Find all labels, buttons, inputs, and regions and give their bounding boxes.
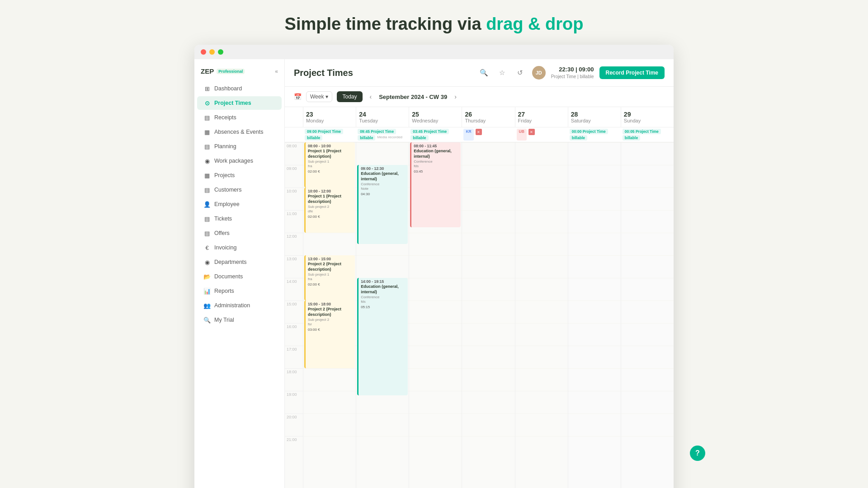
thursday-cell-1100[interactable] bbox=[462, 210, 514, 233]
wednesday-cell-1500[interactable] bbox=[409, 300, 462, 323]
sidebar-item-reports[interactable]: 📊 Reports bbox=[197, 284, 282, 298]
monday-event-1[interactable]: 08:00 - 10:00 Project 1 (Project descrip… bbox=[304, 142, 355, 188]
sunday-cell-2100[interactable] bbox=[621, 436, 674, 459]
wednesday-cell-1600[interactable] bbox=[409, 323, 462, 346]
thursday-cell-1400[interactable] bbox=[462, 278, 514, 300]
sidebar-item-project-times[interactable]: ⊙ Project Times bbox=[197, 96, 282, 110]
saturday-cell-1500[interactable] bbox=[568, 300, 621, 323]
wednesday-cell-2000[interactable] bbox=[409, 413, 462, 436]
thursday-cell-1700[interactable] bbox=[462, 346, 514, 368]
wednesday-cell-2100[interactable] bbox=[409, 436, 462, 459]
wednesday-pill-2[interactable]: billable bbox=[410, 135, 428, 141]
sunday-cell-1200[interactable] bbox=[621, 233, 674, 255]
sunday-cell-1000[interactable] bbox=[621, 188, 674, 210]
wednesday-cell-1800[interactable] bbox=[409, 368, 462, 391]
monday-cell-1200[interactable] bbox=[303, 233, 356, 255]
sunday-pill-2[interactable]: billable bbox=[623, 135, 640, 141]
star-button[interactable]: ☆ bbox=[496, 66, 509, 79]
friday-cell-2100[interactable] bbox=[515, 436, 568, 459]
thursday-cell-0900[interactable] bbox=[462, 165, 514, 188]
monday-cell-2000[interactable] bbox=[303, 413, 356, 436]
saturday-cell-1400[interactable] bbox=[568, 278, 621, 300]
view-select[interactable]: Week ▾ bbox=[306, 91, 332, 102]
sunday-cell-1100[interactable] bbox=[621, 210, 674, 233]
sunday-cell-1500[interactable] bbox=[621, 300, 674, 323]
wednesday-pill-1[interactable]: 03:45 Project Time bbox=[410, 129, 449, 134]
monday-pill-1[interactable]: 09:00 Project Time bbox=[305, 129, 343, 134]
wednesday-cell-1900[interactable] bbox=[409, 391, 462, 413]
saturday-cell-0800[interactable] bbox=[568, 142, 621, 165]
dot-green[interactable] bbox=[218, 49, 223, 55]
sidebar-collapse-button[interactable]: « bbox=[275, 68, 278, 75]
sidebar-item-my-trial[interactable]: 🔍 My Trial bbox=[197, 313, 282, 327]
monday-cell-2100[interactable] bbox=[303, 436, 356, 459]
friday-cell-1400[interactable] bbox=[515, 278, 568, 300]
saturday-pill-2[interactable]: billable bbox=[570, 135, 587, 141]
monday-cell-1900[interactable] bbox=[303, 391, 356, 413]
thursday-pill-kr[interactable]: KR bbox=[463, 129, 473, 141]
sidebar-item-planning[interactable]: ▤ Planning bbox=[197, 140, 282, 153]
tuesday-cell-2000[interactable] bbox=[356, 413, 409, 436]
friday-cell-1300[interactable] bbox=[515, 255, 568, 278]
record-project-time-button[interactable]: Record Project Time bbox=[599, 66, 665, 79]
friday-cell-1200[interactable] bbox=[515, 233, 568, 255]
today-button[interactable]: Today bbox=[337, 91, 362, 102]
saturday-cell-1100[interactable] bbox=[568, 210, 621, 233]
tuesday-event-2[interactable]: 14:00 - 19:15 Education (general, intern… bbox=[357, 278, 408, 395]
thursday-cell-2100[interactable] bbox=[462, 436, 514, 459]
tuesday-cell-2100[interactable] bbox=[356, 436, 409, 459]
thursday-cell-1800[interactable] bbox=[462, 368, 514, 391]
next-period-button[interactable]: › bbox=[452, 93, 459, 100]
thursday-cell-1500[interactable] bbox=[462, 300, 514, 323]
prev-period-button[interactable]: ‹ bbox=[367, 93, 375, 100]
sunday-cell-1700[interactable] bbox=[621, 346, 674, 368]
sunday-cell-1800[interactable] bbox=[621, 368, 674, 391]
sunday-cell-2000[interactable] bbox=[621, 413, 674, 436]
friday-cell-1900[interactable] bbox=[515, 391, 568, 413]
saturday-cell-1200[interactable] bbox=[568, 233, 621, 255]
sidebar-item-departments[interactable]: ◉ Departments bbox=[197, 255, 282, 269]
sidebar-item-projects[interactable]: ▦ Projects bbox=[197, 169, 282, 182]
thursday-cell-0800[interactable] bbox=[462, 142, 514, 165]
wednesday-cell-1200[interactable] bbox=[409, 233, 462, 255]
monday-event-3[interactable]: 13:00 - 15:00 Project 2 (Project descrip… bbox=[304, 255, 355, 300]
wednesday-cell-1700[interactable] bbox=[409, 346, 462, 368]
sunday-cell-1600[interactable] bbox=[621, 323, 674, 346]
tuesday-cell-1300[interactable] bbox=[356, 255, 409, 278]
search-button[interactable]: 🔍 bbox=[478, 66, 491, 79]
dot-red[interactable] bbox=[201, 49, 206, 55]
tuesday-pill-2[interactable]: billable bbox=[358, 135, 375, 141]
saturday-cell-1000[interactable] bbox=[568, 188, 621, 210]
sunday-cell-0800[interactable] bbox=[621, 142, 674, 165]
dot-yellow[interactable] bbox=[209, 49, 215, 55]
friday-cell-1000[interactable] bbox=[515, 188, 568, 210]
tuesday-cell-0800[interactable] bbox=[356, 142, 409, 165]
friday-cell-1500[interactable] bbox=[515, 300, 568, 323]
wednesday-cell-1300[interactable] bbox=[409, 255, 462, 278]
sunday-cell-0900[interactable] bbox=[621, 165, 674, 188]
saturday-cell-2000[interactable] bbox=[568, 413, 621, 436]
monday-cell-1800[interactable] bbox=[303, 368, 356, 391]
monday-event-2[interactable]: 10:00 - 12:00 Project 1 (Project descrip… bbox=[304, 188, 355, 233]
tuesday-pill-1[interactable]: 09:45 Project Time bbox=[358, 129, 396, 134]
sunday-cell-1400[interactable] bbox=[621, 278, 674, 300]
saturday-cell-1800[interactable] bbox=[568, 368, 621, 391]
wednesday-event-1[interactable]: 08:00 - 11:45 Education (general, intern… bbox=[410, 142, 461, 227]
sidebar-item-offers[interactable]: ▤ Offers bbox=[197, 226, 282, 240]
sidebar-item-absences[interactable]: ▦ Absences & Events bbox=[197, 125, 282, 139]
saturday-pill-1[interactable]: 00:00 Project Time bbox=[570, 129, 608, 134]
user-avatar[interactable]: JD bbox=[532, 66, 546, 80]
sunday-pill-1[interactable]: 00:05 Project Time bbox=[623, 129, 661, 134]
friday-cell-1100[interactable] bbox=[515, 210, 568, 233]
saturday-cell-1700[interactable] bbox=[568, 346, 621, 368]
thursday-cell-1000[interactable] bbox=[462, 188, 514, 210]
sidebar-item-customers[interactable]: ▤ Customers bbox=[197, 183, 282, 197]
history-button[interactable]: ↺ bbox=[514, 66, 527, 79]
thursday-cell-1900[interactable] bbox=[462, 391, 514, 413]
wednesday-cell-1400[interactable] bbox=[409, 278, 462, 300]
friday-cell-1600[interactable] bbox=[515, 323, 568, 346]
thursday-cell-1300[interactable] bbox=[462, 255, 514, 278]
tuesday-event-1[interactable]: 09:00 - 12:30 Education (general, intern… bbox=[357, 165, 408, 244]
friday-pill-ub[interactable]: UB bbox=[517, 129, 527, 141]
friday-cell-1800[interactable] bbox=[515, 368, 568, 391]
